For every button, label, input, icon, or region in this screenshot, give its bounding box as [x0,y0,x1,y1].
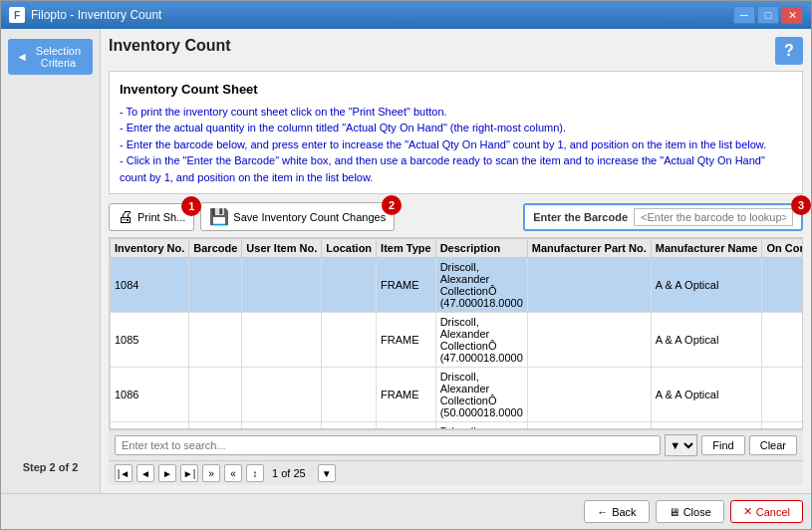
table-cell [377,422,436,430]
col-mfr-name: Manufacturer Name [651,239,762,258]
print-sheet-button[interactable]: 🖨 Print Sh... 1 [109,203,194,231]
table-cell [111,422,189,430]
table-cell [322,368,377,422]
table-cell [527,368,651,422]
table-cell [762,422,803,430]
title-bar-controls: ─ □ ✕ [733,6,803,24]
instruction-line-4: - Click in the "Enter the Barcode" white… [120,152,792,185]
filter-button[interactable]: ▼ [318,464,336,482]
sidebar-step: Step 2 of 2 [23,461,79,473]
table-cell [189,313,242,368]
sidebar-arrow-icon: ◄ [16,50,28,64]
close-icon: 🖥 [669,506,679,518]
print-badge: 1 [181,196,201,216]
sheet-title: Inventory Count Sheet [120,80,792,100]
inventory-table: Inventory No. Barcode User Item No. Loca… [110,238,803,429]
save-icon: 💾 [209,207,229,226]
cancel-button[interactable]: ✕ Cancel [730,500,803,523]
sidebar: ◄ Selection Criteria Step 2 of 2 [1,29,101,493]
table-cell: Driscoll, Alexander... [435,422,527,430]
jump-button[interactable]: ↕ [246,464,264,482]
content-area: ◄ Selection Criteria Step 2 of 2 Invento… [1,29,811,493]
table-cell [527,422,651,430]
first-page-button[interactable]: |◄ [115,464,133,482]
table-cell [189,368,242,422]
col-description: Description [435,239,527,258]
table-row[interactable]: 1085FRAMEDriscoll, Alexander CollectionÔ… [111,313,804,368]
table-cell: 1084 [111,258,189,313]
back-icon: ← [597,506,608,518]
help-button[interactable]: ? [775,37,803,65]
table-cell [527,313,651,368]
window-title: Filopto - Inventory Count [31,8,161,22]
bottom-bar: ← Back 🖥 Close ✕ Cancel [1,493,811,529]
col-location: Location [322,239,377,258]
prev-page-button[interactable]: ◄ [136,464,154,482]
save-badge: 2 [382,195,402,215]
maximize-button[interactable]: □ [757,6,779,24]
instruction-line-1: - To print the inventory count sheet cli… [120,104,792,121]
table-cell [762,368,803,422]
sidebar-item-selection-criteria[interactable]: ◄ Selection Criteria [8,39,93,75]
inventory-table-container: Inventory No. Barcode User Item No. Loca… [109,237,803,429]
last-page-button[interactable]: ►| [180,464,198,482]
col-mfr-part-no: Manufacturer Part No. [527,239,651,258]
table-cell: A & A Optical [651,368,762,422]
page-title-row: Inventory Count ? [109,37,803,65]
table-header-row: Inventory No. Barcode User Item No. Loca… [111,239,804,258]
print-label: Print Sh... [137,211,185,223]
table-cell: Driscoll, Alexander CollectionÔ (47.0000… [435,258,527,313]
table-cell [651,422,762,430]
back-button[interactable]: ← Back [584,500,649,523]
table-cell [242,313,322,368]
title-bar-left: F Filopto - Inventory Count [9,7,161,23]
search-bar: ▼ Find Clear [109,429,803,460]
table-cell [242,258,322,313]
table-cell: FRAME [377,313,436,368]
cancel-label: Cancel [756,506,790,518]
table-cell [527,258,651,313]
page-info: 1 of 25 [268,467,310,479]
table-cell: A & A Optical [651,313,762,368]
table-cell [322,313,377,368]
table-cell [242,422,322,430]
table-cell: Driscoll, Alexander CollectionÔ (50.0000… [435,368,527,422]
table-row[interactable]: Driscoll, Alexander... [111,422,804,430]
sidebar-item-label: Selection Criteria [32,45,85,69]
next-page-button[interactable]: ► [158,464,176,482]
save-label: Save Inventory Count Changes [233,211,386,223]
table-row[interactable]: 1086FRAMEDriscoll, Alexander CollectionÔ… [111,368,804,422]
col-user-item-no: User Item No. [242,239,322,258]
barcode-section: 3 Enter the Barcode [523,203,803,231]
close-label: Close [683,506,711,518]
app-icon: F [9,7,25,23]
table-cell [322,422,377,430]
search-field-dropdown[interactable]: ▼ [665,434,697,456]
search-input[interactable] [115,435,661,455]
close-button[interactable]: 🖥 Close [656,500,724,523]
main-window: F Filopto - Inventory Count ─ □ ✕ ◄ Sele… [0,0,812,530]
table-cell [762,313,803,368]
table-cell: 1085 [111,313,189,368]
table-cell [242,368,322,422]
clear-button[interactable]: Clear [749,435,797,455]
find-button[interactable]: Find [701,435,744,455]
table-cell [322,258,377,313]
table-row[interactable]: 1084FRAMEDriscoll, Alexander CollectionÔ… [111,258,804,313]
table-cell: A & A Optical [651,258,762,313]
table-cell: 1086 [111,368,189,422]
title-bar: F Filopto - Inventory Count ─ □ ✕ [1,1,811,29]
instruction-line-3: - Enter the barcode below, and press ent… [120,136,792,153]
window-close-button[interactable]: ✕ [781,6,803,24]
minimize-button[interactable]: ─ [733,6,755,24]
table-cell: FRAME [377,258,436,313]
rewind-button[interactable]: « [224,464,242,482]
col-barcode: Barcode [189,239,242,258]
save-inventory-button[interactable]: 💾 Save Inventory Count Changes 2 [200,202,395,231]
barcode-input[interactable] [634,208,793,226]
cancel-icon: ✕ [743,505,752,518]
fast-forward-button[interactable]: » [202,464,220,482]
pagination-bar: |◄ ◄ ► ►| » « ↕ 1 of 25 ▼ [109,460,803,485]
page-title: Inventory Count [109,37,231,55]
col-on-consignment: On Consignment [762,239,803,258]
